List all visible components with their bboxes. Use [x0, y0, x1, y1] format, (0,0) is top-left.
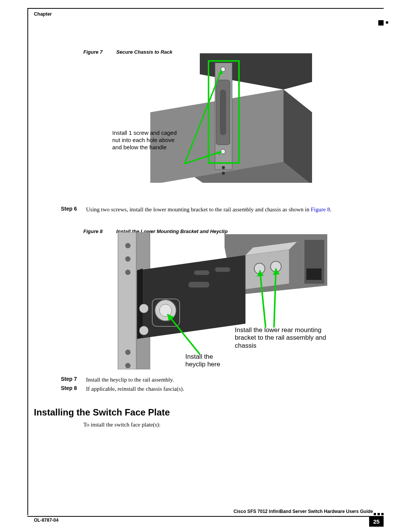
svg-point-22: [125, 350, 131, 355]
figure-7-illustration: [110, 53, 316, 183]
header-chapter-label: Chapter: [34, 11, 52, 17]
figure-8-annotation-right: Install the lower rear mounting bracket …: [235, 326, 334, 350]
svg-point-37: [139, 326, 148, 335]
svg-point-20: [125, 256, 131, 262]
step-6-label: Step 6: [61, 206, 79, 213]
document-page: Chapter Figure 7 Secure Chassis to Rack: [0, 0, 411, 532]
svg-rect-7: [220, 89, 226, 135]
step-6-row: Step 6 Using two screws, install the low…: [61, 206, 381, 213]
svg-rect-26: [194, 270, 209, 275]
step-7-text: Install the heyclip to the rail assembly…: [86, 376, 381, 383]
svg-point-36: [139, 304, 148, 313]
step-8-row: Step 8 If applicable, reinstall the chas…: [61, 385, 381, 393]
svg-rect-27: [215, 267, 230, 272]
svg-point-30: [159, 304, 172, 316]
section-body: To install the switch face plate(s):: [83, 422, 161, 428]
left-rule: [27, 8, 28, 515]
header-decor-dot: [386, 21, 388, 24]
rack-mount-icon: [110, 53, 316, 183]
footer-doc-title: Cisco SFS 7012 InfiniBand Server Switch …: [234, 509, 373, 514]
svg-rect-28: [188, 282, 209, 288]
step-6-text-part1: Using two screws, install the lower moun…: [86, 206, 311, 212]
footer-rule: [27, 516, 384, 517]
step-8-label: Step 8: [61, 385, 79, 393]
step-7-label: Step 7: [61, 376, 79, 383]
figure-7-annotation: Install 1 screw and caged nut into each …: [112, 129, 185, 151]
figure-8-label: Figure 8: [83, 228, 103, 234]
step-6-text: Using two screws, install the lower moun…: [86, 206, 381, 213]
svg-marker-32: [245, 249, 289, 289]
svg-point-12: [222, 166, 225, 169]
svg-point-23: [125, 363, 131, 368]
header-rule: [27, 8, 384, 9]
page-number: 25: [369, 516, 384, 527]
figure-8-annotation-left: Install the heyclip here: [185, 353, 220, 369]
footer-decor-dots: [374, 513, 384, 515]
svg-point-21: [125, 270, 131, 275]
svg-rect-17: [118, 232, 138, 369]
step-8-text: If applicable, reinstall the chassis fas…: [86, 385, 381, 393]
section-heading: Installing the Switch Face Plate: [34, 407, 170, 418]
figure-8-link[interactable]: Figure 8: [311, 206, 330, 212]
header-decor-square: [378, 20, 384, 26]
step-6-text-part2: .: [330, 206, 331, 212]
step-7-row: Step 7 Install the heyclip to the rail a…: [61, 376, 381, 383]
svg-rect-16: [306, 268, 322, 280]
footer-doc-number: OL-8787-04: [34, 518, 59, 523]
svg-point-19: [125, 243, 131, 248]
figure-7-label: Figure 7: [83, 49, 103, 55]
svg-point-13: [222, 172, 225, 175]
